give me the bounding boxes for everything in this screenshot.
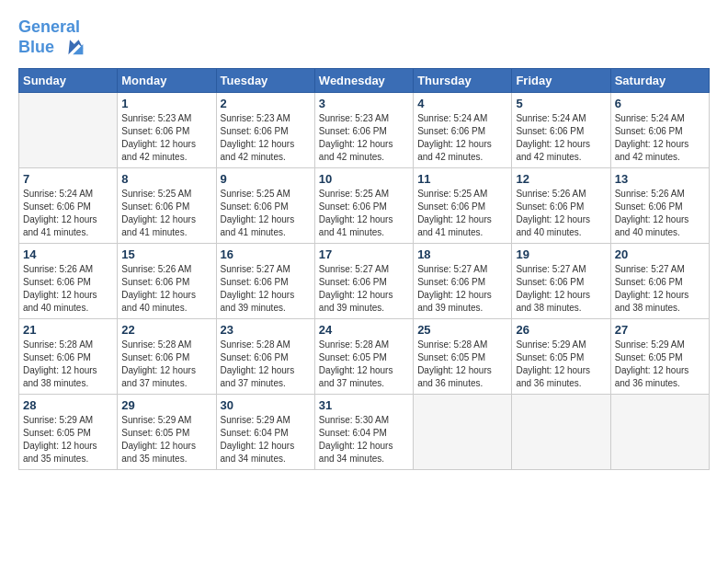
logo: General Blue — [18, 18, 85, 59]
day-info: Sunrise: 5:24 AMSunset: 6:06 PMDaylight:… — [516, 112, 606, 164]
calendar-week-5: 28Sunrise: 5:29 AMSunset: 6:05 PMDayligh… — [19, 394, 710, 469]
calendar-table: SundayMondayTuesdayWednesdayThursdayFrid… — [18, 68, 710, 470]
day-info: Sunrise: 5:27 AMSunset: 6:06 PMDaylight:… — [319, 263, 409, 315]
calendar-cell: 22Sunrise: 5:28 AMSunset: 6:06 PMDayligh… — [118, 318, 216, 394]
day-info: Sunrise: 5:28 AMSunset: 6:06 PMDaylight:… — [221, 339, 311, 390]
col-header-thursday: Thursday — [414, 68, 512, 92]
calendar-cell: 17Sunrise: 5:27 AMSunset: 6:06 PMDayligh… — [314, 243, 413, 318]
calendar-cell: 8Sunrise: 5:25 AMSunset: 6:06 PMDaylight… — [118, 167, 216, 243]
day-number: 21 — [23, 323, 113, 337]
day-info: Sunrise: 5:29 AMSunset: 6:05 PMDaylight:… — [516, 339, 606, 390]
calendar-week-3: 14Sunrise: 5:26 AMSunset: 6:06 PMDayligh… — [19, 243, 710, 318]
calendar-cell: 7Sunrise: 5:24 AMSunset: 6:06 PMDaylight… — [19, 167, 118, 243]
calendar-cell: 18Sunrise: 5:27 AMSunset: 6:06 PMDayligh… — [414, 243, 512, 318]
calendar-cell: 10Sunrise: 5:25 AMSunset: 6:06 PMDayligh… — [314, 167, 413, 243]
day-number: 22 — [121, 323, 211, 337]
day-number: 11 — [417, 172, 507, 186]
calendar-cell: 19Sunrise: 5:27 AMSunset: 6:06 PMDayligh… — [512, 243, 610, 318]
day-info: Sunrise: 5:27 AMSunset: 6:06 PMDaylight:… — [221, 263, 311, 315]
calendar-cell: 4Sunrise: 5:24 AMSunset: 6:06 PMDaylight… — [414, 92, 512, 167]
day-info: Sunrise: 5:30 AMSunset: 6:04 PMDaylight:… — [319, 414, 409, 465]
calendar-cell: 5Sunrise: 5:24 AMSunset: 6:06 PMDaylight… — [512, 92, 610, 167]
calendar-cell: 6Sunrise: 5:24 AMSunset: 6:06 PMDaylight… — [610, 92, 709, 167]
day-info: Sunrise: 5:25 AMSunset: 6:06 PMDaylight:… — [221, 188, 311, 239]
col-header-monday: Monday — [118, 68, 216, 92]
calendar-cell: 9Sunrise: 5:25 AMSunset: 6:06 PMDaylight… — [216, 167, 314, 243]
day-info: Sunrise: 5:26 AMSunset: 6:06 PMDaylight:… — [516, 188, 606, 239]
day-info: Sunrise: 5:26 AMSunset: 6:06 PMDaylight:… — [615, 188, 705, 239]
calendar-cell: 21Sunrise: 5:28 AMSunset: 6:06 PMDayligh… — [19, 318, 118, 394]
day-info: Sunrise: 5:28 AMSunset: 6:05 PMDaylight:… — [319, 339, 409, 390]
col-header-tuesday: Tuesday — [216, 68, 314, 92]
logo-blue: Blue — [18, 38, 54, 56]
col-header-wednesday: Wednesday — [314, 68, 413, 92]
day-number: 18 — [417, 247, 507, 261]
calendar-cell: 27Sunrise: 5:29 AMSunset: 6:05 PMDayligh… — [610, 318, 709, 394]
day-number: 9 — [221, 172, 311, 186]
day-info: Sunrise: 5:24 AMSunset: 6:06 PMDaylight:… — [417, 112, 507, 164]
calendar-cell: 23Sunrise: 5:28 AMSunset: 6:06 PMDayligh… — [216, 318, 314, 394]
day-info: Sunrise: 5:23 AMSunset: 6:06 PMDaylight:… — [121, 112, 211, 164]
day-number: 13 — [615, 172, 705, 186]
day-number: 2 — [221, 97, 311, 110]
day-number: 14 — [23, 247, 113, 261]
calendar-cell — [610, 394, 709, 469]
calendar-cell: 11Sunrise: 5:25 AMSunset: 6:06 PMDayligh… — [414, 167, 512, 243]
day-info: Sunrise: 5:28 AMSunset: 6:06 PMDaylight:… — [121, 339, 211, 390]
calendar-cell: 24Sunrise: 5:28 AMSunset: 6:05 PMDayligh… — [314, 318, 413, 394]
day-number: 1 — [121, 97, 211, 110]
calendar-cell: 15Sunrise: 5:26 AMSunset: 6:06 PMDayligh… — [118, 243, 216, 318]
day-number: 8 — [121, 172, 211, 186]
day-number: 15 — [121, 247, 211, 261]
page-header: General Blue — [18, 18, 710, 59]
calendar-cell: 30Sunrise: 5:29 AMSunset: 6:04 PMDayligh… — [216, 394, 314, 469]
calendar-cell — [512, 394, 610, 469]
day-info: Sunrise: 5:27 AMSunset: 6:06 PMDaylight:… — [417, 263, 507, 315]
day-number: 28 — [23, 398, 113, 412]
day-number: 6 — [615, 97, 705, 110]
calendar-cell: 13Sunrise: 5:26 AMSunset: 6:06 PMDayligh… — [610, 167, 709, 243]
day-number: 23 — [221, 323, 311, 337]
day-number: 5 — [516, 97, 606, 110]
calendar-cell: 2Sunrise: 5:23 AMSunset: 6:06 PMDaylight… — [216, 92, 314, 167]
calendar-cell — [414, 394, 512, 469]
day-number: 31 — [319, 398, 409, 412]
col-header-friday: Friday — [512, 68, 610, 92]
day-number: 20 — [615, 247, 705, 261]
day-number: 10 — [319, 172, 409, 186]
day-info: Sunrise: 5:25 AMSunset: 6:06 PMDaylight:… — [319, 188, 409, 239]
calendar-cell: 31Sunrise: 5:30 AMSunset: 6:04 PMDayligh… — [314, 394, 413, 469]
calendar-cell — [19, 92, 118, 167]
day-number: 25 — [417, 323, 507, 337]
logo-icon — [63, 37, 85, 59]
day-number: 17 — [319, 247, 409, 261]
col-header-sunday: Sunday — [19, 68, 118, 92]
calendar-cell: 28Sunrise: 5:29 AMSunset: 6:05 PMDayligh… — [19, 394, 118, 469]
day-number: 19 — [516, 247, 606, 261]
day-info: Sunrise: 5:27 AMSunset: 6:06 PMDaylight:… — [516, 263, 606, 315]
day-number: 30 — [221, 398, 311, 412]
day-info: Sunrise: 5:28 AMSunset: 6:05 PMDaylight:… — [417, 339, 507, 390]
calendar-cell: 14Sunrise: 5:26 AMSunset: 6:06 PMDayligh… — [19, 243, 118, 318]
day-number: 7 — [23, 172, 113, 186]
day-number: 3 — [319, 97, 409, 110]
day-info: Sunrise: 5:26 AMSunset: 6:06 PMDaylight:… — [121, 263, 211, 315]
day-info: Sunrise: 5:23 AMSunset: 6:06 PMDaylight:… — [221, 112, 311, 164]
day-info: Sunrise: 5:24 AMSunset: 6:06 PMDaylight:… — [615, 112, 705, 164]
calendar-week-1: 1Sunrise: 5:23 AMSunset: 6:06 PMDaylight… — [19, 92, 710, 167]
calendar-week-4: 21Sunrise: 5:28 AMSunset: 6:06 PMDayligh… — [19, 318, 710, 394]
day-info: Sunrise: 5:23 AMSunset: 6:06 PMDaylight:… — [319, 112, 409, 164]
calendar-cell: 29Sunrise: 5:29 AMSunset: 6:05 PMDayligh… — [118, 394, 216, 469]
day-number: 26 — [516, 323, 606, 337]
day-info: Sunrise: 5:27 AMSunset: 6:06 PMDaylight:… — [615, 263, 705, 315]
day-number: 12 — [516, 172, 606, 186]
calendar-week-2: 7Sunrise: 5:24 AMSunset: 6:06 PMDaylight… — [19, 167, 710, 243]
calendar-cell: 3Sunrise: 5:23 AMSunset: 6:06 PMDaylight… — [314, 92, 413, 167]
calendar-cell: 26Sunrise: 5:29 AMSunset: 6:05 PMDayligh… — [512, 318, 610, 394]
day-info: Sunrise: 5:29 AMSunset: 6:05 PMDaylight:… — [615, 339, 705, 390]
day-info: Sunrise: 5:29 AMSunset: 6:05 PMDaylight:… — [23, 414, 113, 465]
day-info: Sunrise: 5:25 AMSunset: 6:06 PMDaylight:… — [121, 188, 211, 239]
day-number: 4 — [417, 97, 507, 110]
day-number: 29 — [121, 398, 211, 412]
day-number: 27 — [615, 323, 705, 337]
